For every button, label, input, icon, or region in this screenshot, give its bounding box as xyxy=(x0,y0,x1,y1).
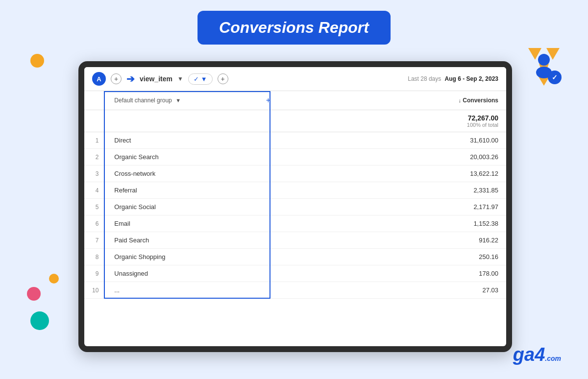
decorative-circle-orange-bottom xyxy=(49,274,59,284)
sort-icon: ↓ xyxy=(458,97,461,103)
row-plus-cell xyxy=(253,249,283,265)
date-range-label: Last 28 days xyxy=(408,75,441,82)
table-row: 10 ... 27.03 xyxy=(84,282,506,299)
table-row: 7 Paid Search 916.22 xyxy=(84,232,506,249)
row-channel[interactable]: Referral xyxy=(106,182,253,199)
row-conversions: 31,610.00 xyxy=(283,132,506,149)
total-rank-cell xyxy=(84,110,106,132)
avatar[interactable]: A xyxy=(92,72,106,86)
svg-text:✓: ✓ xyxy=(552,73,558,81)
svg-point-3 xyxy=(538,54,550,66)
rank-col-header xyxy=(84,91,106,110)
total-row: 72,267.00 100% of total xyxy=(84,110,506,132)
conversions-col-header[interactable]: ↓ Conversions xyxy=(283,91,506,110)
total-plus-cell xyxy=(253,110,283,132)
row-channel[interactable]: Direct xyxy=(106,132,253,149)
event-name-dropdown[interactable]: ▼ xyxy=(177,75,183,82)
row-plus-cell xyxy=(253,166,283,182)
total-value-cell: 72,267.00 100% of total xyxy=(283,110,506,132)
decorative-circle-pink xyxy=(27,287,41,301)
arrow-annotation-icon: ➔ xyxy=(126,73,135,85)
row-rank: 6 xyxy=(84,215,106,232)
row-conversions: 1,152.38 xyxy=(283,215,506,232)
table-row: 8 Organic Shopping 250.16 xyxy=(84,249,506,265)
row-plus-cell xyxy=(253,182,283,199)
total-channel-cell xyxy=(106,110,253,132)
row-rank: 7 xyxy=(84,232,106,249)
row-channel[interactable]: ... xyxy=(106,282,253,299)
row-rank: 2 xyxy=(84,149,106,166)
table-header-row: Default channel group ▼ + ↓ Conversions xyxy=(84,91,506,110)
date-range[interactable]: Last 28 days Aug 6 - Sep 2, 2023 xyxy=(408,75,498,82)
row-conversions: 27.03 xyxy=(283,282,506,299)
row-conversions: 20,003.26 xyxy=(283,149,506,166)
row-plus-cell xyxy=(253,232,283,249)
row-rank: 4 xyxy=(84,182,106,199)
row-channel[interactable]: Organic Shopping xyxy=(106,249,253,265)
row-conversions: 2,331.85 xyxy=(283,182,506,199)
row-channel[interactable]: Organic Social xyxy=(106,199,253,215)
table-row: 6 Email 1,152.38 xyxy=(84,215,506,232)
table-row: 3 Cross-network 13,622.12 xyxy=(84,166,506,182)
laptop-screen: A + ➔ view_item ▼ ✓ ▼ + Last 28 days Aug… xyxy=(84,67,506,346)
laptop-frame: A + ➔ view_item ▼ ✓ ▼ + Last 28 days Aug… xyxy=(78,61,512,352)
date-range-value: Aug 6 - Sep 2, 2023 xyxy=(445,75,498,82)
table-area: Default channel group ▼ + ↓ Conversions xyxy=(84,91,506,299)
add-col-button[interactable]: + xyxy=(253,91,283,110)
row-plus-cell xyxy=(253,132,283,149)
row-plus-cell xyxy=(253,265,283,282)
check-filter-button[interactable]: ✓ ▼ xyxy=(188,73,213,85)
row-plus-cell xyxy=(253,149,283,166)
row-conversions: 2,171.97 xyxy=(283,199,506,215)
laptop-container: A + ➔ view_item ▼ ✓ ▼ + Last 28 days Aug… xyxy=(78,61,512,352)
row-rank: 10 xyxy=(84,282,106,299)
row-channel[interactable]: Unassigned xyxy=(106,265,253,282)
row-conversions: 13,622.12 xyxy=(283,166,506,182)
row-conversions: 250.16 xyxy=(283,249,506,265)
channel-dropdown-icon[interactable]: ▼ xyxy=(175,97,181,103)
row-conversions: 178.00 xyxy=(283,265,506,282)
table-row: 2 Organic Search 20,003.26 xyxy=(84,149,506,166)
row-channel[interactable]: Cross-network xyxy=(106,166,253,182)
table-row: 4 Referral 2,331.85 xyxy=(84,182,506,199)
ga4-header: A + ➔ view_item ▼ ✓ ▼ + Last 28 days Aug… xyxy=(84,67,506,91)
title-badge: Conversions Report xyxy=(197,11,391,45)
conversions-table: Default channel group ▼ + ↓ Conversions xyxy=(84,91,506,299)
ga4-logo: ga4.com xyxy=(513,344,561,365)
table-body: 1 Direct 31,610.00 2 Organic Search 20,0… xyxy=(84,132,506,299)
row-rank: 9 xyxy=(84,265,106,282)
page-title: Conversions Report xyxy=(219,19,369,36)
add-property-button[interactable]: + xyxy=(111,73,122,84)
channel-col-header[interactable]: Default channel group ▼ xyxy=(106,91,253,110)
row-rank: 8 xyxy=(84,249,106,265)
row-plus-cell xyxy=(253,282,283,299)
row-plus-cell xyxy=(253,215,283,232)
table-row: 9 Unassigned 178.00 xyxy=(84,265,506,282)
decorative-circle-teal xyxy=(30,311,49,330)
row-channel[interactable]: Paid Search xyxy=(106,232,253,249)
table-row: 5 Organic Social 2,171.97 xyxy=(84,199,506,215)
table-row: 1 Direct 31,610.00 xyxy=(84,132,506,149)
row-plus-cell xyxy=(253,199,283,215)
row-channel[interactable]: Email xyxy=(106,215,253,232)
row-channel[interactable]: Organic Search xyxy=(106,149,253,166)
event-name-label[interactable]: view_item xyxy=(140,75,172,83)
recycle-people-icon: ✓ xyxy=(514,39,573,93)
row-rank: 5 xyxy=(84,199,106,215)
add-filter-button[interactable]: + xyxy=(218,73,228,84)
decorative-circle-orange-top xyxy=(30,54,44,68)
row-conversions: 916.22 xyxy=(283,232,506,249)
row-rank: 3 xyxy=(84,166,106,182)
row-rank: 1 xyxy=(84,132,106,149)
